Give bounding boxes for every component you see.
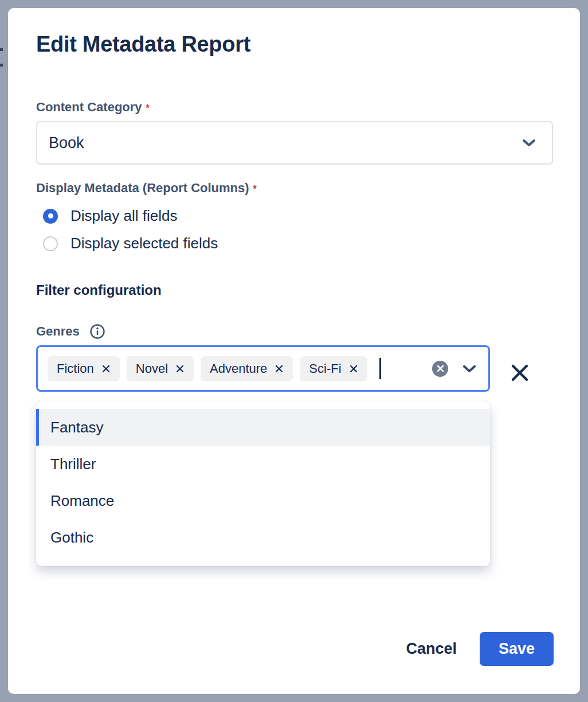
remove-tag-icon[interactable] [175,364,185,373]
remove-tag-icon[interactable] [275,364,284,373]
tag-adventure: Adventure [201,356,293,381]
clear-all-icon[interactable] [432,361,448,377]
filter-configuration-heading: Filter configuration [36,282,162,298]
required-asterisk: * [146,103,150,113]
radio-selected-icon[interactable] [43,209,58,224]
radio-unselected-icon[interactable] [43,236,58,251]
radio-display-all-fields[interactable]: Display all fields [43,207,177,225]
background-artifact-dot [0,64,3,67]
text-cursor [379,358,381,379]
info-icon[interactable] [89,323,105,340]
genres-label: Genres [36,324,80,339]
dialog-footer: Cancel Save [406,632,554,666]
required-asterisk: * [253,184,257,194]
remove-filter-button[interactable] [507,360,533,386]
page-background: { "background": { "color": "#98a1b2" }, … [0,0,588,702]
remove-tag-icon[interactable] [349,364,358,373]
chevron-down-icon[interactable] [462,364,477,373]
option-fantasy[interactable]: Fantasy [36,409,490,446]
option-romance[interactable]: Romance [36,482,490,519]
content-category-select[interactable]: Book [36,121,553,165]
save-button[interactable]: Save [480,632,554,666]
multiselect-controls [432,361,477,377]
content-category-value: Book [49,134,84,152]
chevron-down-icon [522,139,536,147]
close-icon [508,361,531,384]
tag-sci-fi: Sci-Fi [300,356,367,381]
tag-fiction: Fiction [48,356,120,381]
genres-label-row: Genres [36,323,105,340]
dialog-title: Edit Metadata Report [36,32,250,57]
display-metadata-label: Display Metadata (Report Columns)* [36,181,257,196]
genres-multiselect-input[interactable]: Fiction Novel Adventure Sci-Fi [36,345,490,392]
option-gothic[interactable]: Gothic [36,519,490,556]
radio-display-selected-fields[interactable]: Display selected fields [43,235,218,252]
content-category-label: Content Category* [36,100,150,115]
background-artifact-dot [0,48,3,51]
tag-novel: Novel [127,356,194,381]
remove-tag-icon[interactable] [101,364,111,373]
option-thriller[interactable]: Thriller [36,446,490,482]
genres-dropdown-list: Fantasy Thriller Romance Gothic [36,401,490,566]
cancel-button[interactable]: Cancel [406,640,457,658]
edit-metadata-report-dialog: Edit Metadata Report Content Category* B… [8,8,580,694]
